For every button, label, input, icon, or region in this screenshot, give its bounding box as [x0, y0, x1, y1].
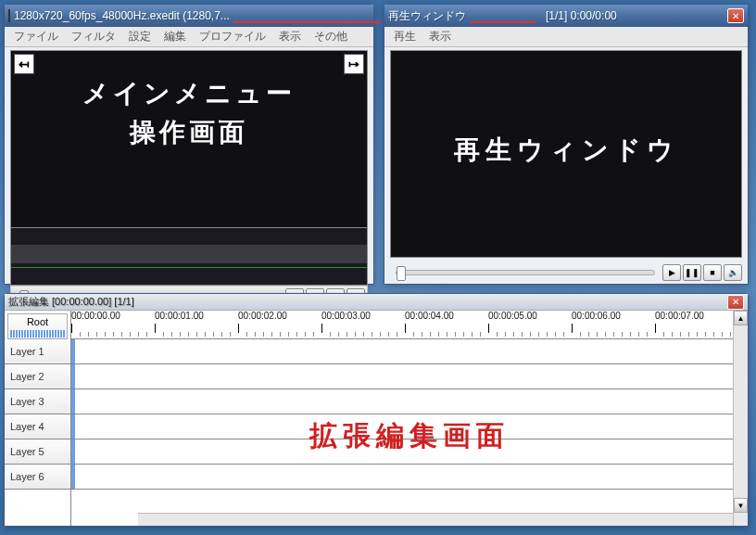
track-edge-bar [71, 389, 75, 414]
play-title-underline [470, 21, 536, 23]
close-icon: ✕ [732, 297, 739, 307]
timeline-title-text: 拡張編集 [00:00:00.00] [1/1] [8, 295, 134, 309]
timeline-window: 拡張編集 [00:00:00.00] [1/1] ✕ Root Layer 1 … [4, 293, 749, 527]
track-edge-bar [71, 364, 75, 389]
time-tick: 00:00:00.00 [71, 311, 120, 321]
play-title-prefix: 再生ウィンドウ [388, 8, 466, 24]
main-menubar: ファイル フィルタ 設定 編集 プロファイル 表示 その他 [5, 27, 373, 47]
time-ruler[interactable]: 00:00:00.0000:00:01.0000:00:02.0000:00:0… [71, 311, 748, 339]
timeline-layer-column: Root Layer 1 Layer 2 Layer 3 Layer 4 Lay… [5, 311, 71, 526]
play-menubar: 再生 表示 [384, 27, 748, 47]
track-row-2[interactable] [71, 364, 748, 389]
pause-icon: ❚❚ [685, 268, 699, 277]
play-icon: ▶ [669, 268, 675, 277]
menu-settings[interactable]: 設定 [123, 27, 157, 46]
track-row-6[interactable] [71, 465, 748, 490]
timeline-tracks-area[interactable]: 00:00:00.0000:00:01.0000:00:02.0000:00:0… [71, 311, 748, 526]
play-seek-thumb[interactable] [397, 266, 406, 281]
main-overlay-label: メインメニュー 操作画面 [11, 74, 367, 152]
play-menu-play[interactable]: 再生 [388, 27, 422, 46]
play-close-button[interactable]: ✕ [727, 8, 744, 23]
main-overlay-line1: メインメニュー [82, 79, 296, 108]
menu-view[interactable]: 表示 [273, 27, 307, 46]
play-menu-view[interactable]: 表示 [423, 27, 457, 46]
track-row-1[interactable] [71, 339, 748, 364]
time-tick: 00:00:01.00 [155, 311, 204, 321]
play-titlebar[interactable]: 再生ウィンドウ [1/1] 0:00/0:00 ✕ [384, 5, 748, 27]
left-arrow-icon: ↤ [19, 57, 30, 71]
prev-marker-button[interactable]: ↤ [14, 54, 34, 74]
track-edge-bar [71, 439, 75, 464]
layer-5-label[interactable]: Layer 5 [5, 439, 70, 465]
track-edge-bar [71, 414, 75, 439]
time-tick: 00:00:06.00 [572, 311, 621, 321]
timeline-vscrollbar[interactable]: ▲ ▼ [733, 311, 748, 526]
audio-strip [10, 228, 368, 286]
main-title-text: 1280x720_60fps_48000Hz.exedit (1280,7... [14, 9, 230, 22]
menu-edit[interactable]: 編集 [158, 27, 192, 46]
scroll-up-icon: ▲ [737, 314, 745, 323]
play-preview-area: 再生ウィンドウ [390, 50, 742, 258]
layer-4-label[interactable]: Layer 4 [5, 414, 70, 439]
playback-window: 再生ウィンドウ [1/1] 0:00/0:00 ✕ 再生 表示 再生ウィンドウ … [384, 4, 749, 285]
volume-button[interactable]: 🔈 [724, 264, 742, 281]
layer-2-label[interactable]: Layer 2 [5, 364, 70, 389]
scroll-down-button[interactable]: ▼ [734, 498, 748, 513]
scroll-up-button[interactable]: ▲ [734, 311, 748, 325]
app-icon [8, 9, 10, 22]
timeline-hscrollbar[interactable] [138, 513, 733, 526]
layer-3-label[interactable]: Layer 3 [5, 389, 70, 414]
main-overlay-line2: 操作画面 [130, 118, 248, 146]
timeline-titlebar[interactable]: 拡張編集 [00:00:00.00] [1/1] ✕ [5, 294, 748, 311]
track-row-5[interactable] [71, 439, 748, 465]
menu-profile[interactable]: プロファイル [194, 27, 271, 46]
menu-file[interactable]: ファイル [8, 27, 64, 46]
menu-filter[interactable]: フィルタ [66, 27, 121, 46]
pause-button[interactable]: ❚❚ [683, 264, 701, 281]
main-edit-window: 1280x720_60fps_48000Hz.exedit (1280,7...… [4, 4, 374, 285]
layer-1-label[interactable]: Layer 1 [5, 339, 70, 364]
track-row-4[interactable] [71, 414, 748, 439]
timeline-body: Root Layer 1 Layer 2 Layer 3 Layer 4 Lay… [5, 311, 748, 526]
time-tick: 00:00:04.00 [405, 311, 454, 321]
title-underline [233, 21, 382, 23]
main-titlebar[interactable]: 1280x720_60fps_48000Hz.exedit (1280,7...… [5, 5, 373, 27]
stop-button[interactable]: ■ [703, 264, 722, 281]
time-tick: 00:00:02.00 [238, 311, 287, 321]
scroll-down-icon: ▼ [737, 502, 745, 510]
stop-icon: ■ [710, 268, 714, 277]
menu-other[interactable]: その他 [309, 27, 353, 46]
track-edge-bar [71, 339, 75, 363]
time-tick: 00:00:05.00 [488, 311, 537, 321]
play-overlay-label: 再生ウィンドウ [391, 133, 741, 168]
root-label: Root [27, 316, 48, 327]
root-minimap [10, 330, 65, 338]
right-arrow-icon: ↦ [348, 57, 359, 71]
play-controls: ▶ ❚❚ ■ 🔈 [390, 261, 742, 284]
timeline-close-button[interactable]: ✕ [727, 295, 744, 310]
time-tick: 00:00:03.00 [321, 311, 371, 321]
play-title-suffix: [1/1] 0:00/0:00 [546, 9, 617, 22]
play-seek-slider[interactable] [396, 270, 655, 275]
main-preview-area: ↤ ↦ メインメニュー 操作画面 [10, 50, 368, 228]
track-edge-bar [71, 465, 75, 489]
close-icon: ✕ [732, 11, 739, 21]
root-cell[interactable]: Root [7, 313, 68, 339]
volume-icon: 🔈 [728, 268, 738, 277]
layer-6-label[interactable]: Layer 6 [5, 465, 70, 490]
next-marker-button[interactable]: ↦ [344, 54, 364, 74]
play-button[interactable]: ▶ [662, 264, 681, 281]
time-tick: 00:00:07.00 [655, 311, 704, 321]
track-row-3[interactable] [71, 389, 748, 414]
